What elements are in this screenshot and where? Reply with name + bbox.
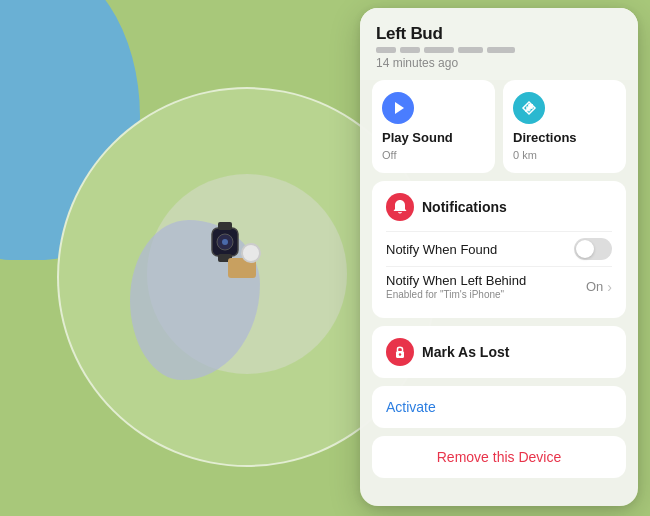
notifications-title: Notifications [422, 199, 507, 215]
device-name: Left Bud [376, 24, 622, 44]
play-sound-status: Off [382, 149, 485, 161]
notifications-header: Notifications [386, 193, 612, 221]
notify-found-toggle[interactable] [574, 238, 612, 260]
notify-left-row[interactable]: Notify When Left Behind Enabled for "Tim… [386, 266, 612, 306]
panel-header: Left Bud 14 minutes ago [360, 8, 638, 80]
activate-link[interactable]: Activate [386, 399, 436, 415]
notify-left-status: On [586, 279, 603, 294]
directions-icon [521, 100, 537, 116]
activate-card[interactable]: Activate [372, 386, 626, 428]
directions-card[interactable]: Directions 0 km [503, 80, 626, 173]
notify-left-right: On › [586, 279, 612, 295]
notify-left-label-group: Notify When Left Behind Enabled for "Tim… [386, 273, 526, 300]
device-time: 14 minutes ago [376, 56, 622, 70]
bell-icon [392, 199, 408, 215]
remove-card[interactable]: Remove this Device [372, 436, 626, 478]
map-small-icon [241, 243, 261, 263]
notifications-icon-circle [386, 193, 414, 221]
id-block-4 [458, 47, 483, 53]
notify-found-row[interactable]: Notify When Found [386, 231, 612, 266]
directions-label: Directions [513, 130, 616, 145]
svg-marker-5 [395, 102, 404, 114]
notifications-card: Notifications Notify When Found Notify W… [372, 181, 626, 318]
device-panel: Left Bud 14 minutes ago Play Sound Off [360, 8, 638, 506]
directions-status: 0 km [513, 149, 616, 161]
svg-rect-1 [218, 222, 232, 230]
remove-link[interactable]: Remove this Device [437, 449, 562, 465]
id-block-2 [400, 47, 420, 53]
id-block-3 [424, 47, 454, 53]
svg-point-7 [399, 353, 401, 355]
lock-icon [392, 344, 408, 360]
panel-scroll[interactable]: Play Sound Off Directions 0 km [360, 80, 638, 506]
device-id [376, 47, 622, 53]
lost-title: Mark As Lost [422, 344, 509, 360]
mark-as-lost-card: Mark As Lost [372, 326, 626, 378]
notify-found-label: Notify When Found [386, 242, 497, 257]
id-block-1 [376, 47, 396, 53]
lost-header: Mark As Lost [386, 338, 612, 366]
map-watch-icon [208, 222, 242, 262]
id-block-5 [487, 47, 515, 53]
play-sound-card[interactable]: Play Sound Off [372, 80, 495, 173]
directions-icon-circle [513, 92, 545, 124]
lost-icon-circle [386, 338, 414, 366]
play-sound-icon-circle [382, 92, 414, 124]
play-icon [390, 100, 406, 116]
notify-found-label-group: Notify When Found [386, 242, 497, 257]
notify-left-sublabel: Enabled for "Tim's iPhone" [386, 289, 526, 300]
action-cards-row: Play Sound Off Directions 0 km [360, 80, 638, 173]
play-sound-label: Play Sound [382, 130, 485, 145]
notify-left-label: Notify When Left Behind [386, 273, 526, 288]
chevron-icon: › [607, 279, 612, 295]
svg-point-4 [222, 239, 228, 245]
